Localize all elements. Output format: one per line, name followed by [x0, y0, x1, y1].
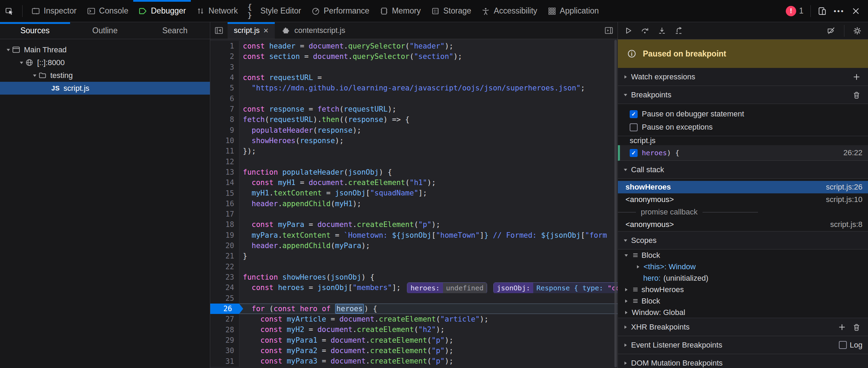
breakpoint-option[interactable]: ✓Pause on debugger statement	[618, 107, 868, 121]
close-tab-icon[interactable]: ✕	[263, 27, 269, 35]
expander-closed-icon[interactable]	[635, 264, 641, 269]
scope-row[interactable]: <this>: Window	[618, 261, 868, 272]
line-number[interactable]: 9	[210, 125, 239, 135]
line-number[interactable]: 10	[210, 135, 239, 146]
line-number[interactable]: 26	[210, 304, 239, 314]
code-line-11[interactable]: 11});	[210, 146, 618, 156]
debugger-settings-button[interactable]	[850, 24, 865, 38]
add-watch-expression-button[interactable]	[851, 72, 862, 81]
stack-frame[interactable]: <anonymous>script.js:8	[618, 218, 868, 231]
code-line-15[interactable]: 15 myH1.textContent = jsonObj["squadName…	[210, 188, 618, 198]
line-number[interactable]: 20	[210, 240, 239, 251]
code-text[interactable]: myPara.textContent = `Hometown: ${jsonOb…	[239, 230, 618, 240]
code-text[interactable]: populateHeader(response);	[239, 125, 618, 135]
devtools-tab-inspector[interactable]: Inspector	[26, 0, 82, 22]
code-line-21[interactable]: 21}	[210, 251, 618, 261]
editor-tab-script-js[interactable]: script.js✕	[228, 22, 275, 39]
code-text[interactable]: const requestURL =	[239, 72, 618, 83]
scope-row[interactable]: Block	[618, 295, 868, 307]
code-line-8[interactable]: 8fetch(requestURL).then((response) => {	[210, 114, 618, 125]
code-text[interactable]: const section = document.querySelector("…	[239, 51, 618, 62]
code-text[interactable]: showHeroes(response);	[239, 135, 618, 146]
line-number[interactable]: 22	[210, 262, 239, 272]
devtools-tab-debugger[interactable]: Debugger	[133, 0, 191, 22]
line-number[interactable]: 25	[210, 293, 239, 304]
code-line-18[interactable]: 18 const myPara = document.createElement…	[210, 219, 618, 230]
code-line-13[interactable]: 13function populateHeader(jsonObj) {	[210, 167, 618, 177]
breakpoint-item[interactable]: ✓heroes) {26:22	[618, 145, 868, 161]
devtools-tab-accessibility[interactable]: Accessibility	[476, 0, 542, 22]
line-number[interactable]: 31	[210, 356, 239, 366]
tree-item-testing[interactable]: testing	[0, 69, 210, 82]
code-line-25[interactable]: 25	[210, 293, 618, 304]
code-line-22[interactable]: 22	[210, 262, 618, 272]
remove-all-breakpoints-button[interactable]	[851, 90, 862, 99]
expander-closed-icon[interactable]	[623, 299, 629, 304]
code-line-27[interactable]: 27 const myArticle = document.createElem…	[210, 314, 618, 324]
line-number[interactable]: 11	[210, 146, 239, 156]
collapse-sources-pane-button[interactable]	[210, 22, 228, 39]
code-text[interactable]: const myH2 = document.createElement("h2"…	[239, 324, 618, 335]
scope-row[interactable]: showHeroes	[618, 284, 868, 295]
code-text[interactable]: const myArticle = document.createElement…	[239, 314, 618, 324]
code-text[interactable]: function populateHeader(jsonObj) {	[239, 167, 618, 177]
code-text[interactable]	[239, 156, 618, 167]
checkbox-unchecked[interactable]	[630, 123, 638, 131]
step-over-button[interactable]	[638, 24, 653, 38]
line-number[interactable]: 5	[210, 83, 239, 93]
line-number[interactable]: 19	[210, 230, 239, 240]
devtools-tab-style-editor[interactable]: { }Style Editor	[242, 0, 306, 22]
expander-open-icon[interactable]	[6, 47, 11, 52]
line-number[interactable]: 6	[210, 94, 239, 104]
code-text[interactable]: const myH1 = document.createElement("h1"…	[239, 177, 618, 188]
code-text[interactable]: myH1.textContent = jsonObj["squadName"];	[239, 188, 618, 198]
line-number[interactable]: 16	[210, 199, 239, 209]
code-line-28[interactable]: 28 const myH2 = document.createElement("…	[210, 324, 618, 335]
log-event-checkbox[interactable]	[839, 341, 847, 349]
code-text[interactable]: header.appendChild(myPara);	[239, 240, 618, 251]
tab-outline[interactable]: Outline	[70, 22, 140, 39]
code-line-5[interactable]: 5 "https://mdn.github.io/learning-area/j…	[210, 83, 618, 93]
line-number[interactable]: 2	[210, 51, 239, 62]
responsive-design-mode-button[interactable]	[814, 7, 830, 16]
code-line-24[interactable]: 24 const heroes = jsonObj["members"];her…	[210, 282, 618, 293]
code-text[interactable]: const myPara2 = document.createElement("…	[239, 345, 618, 356]
xhr-breakpoints-header[interactable]: XHR Breakpoints	[618, 318, 868, 336]
line-number[interactable]: 3	[210, 62, 239, 72]
code-line-20[interactable]: 20 header.appendChild(myPara);	[210, 240, 618, 251]
code-line-26[interactable]: 26 for (const hero of heroes) {	[210, 304, 618, 314]
code-line-23[interactable]: 23function showHeroes(jsonObj) {	[210, 272, 618, 282]
devtools-tab-memory[interactable]: Memory	[374, 0, 426, 22]
tree-item-script-js[interactable]: JSscript.js	[0, 82, 210, 95]
devtools-tab-console[interactable]: Console	[82, 0, 133, 22]
line-number[interactable]: 18	[210, 219, 239, 230]
event-listener-breakpoints-header[interactable]: Event Listener Breakpoints Log	[618, 336, 868, 354]
inline-preview-pill[interactable]: heroes:undefined	[407, 282, 487, 293]
line-number[interactable]: 28	[210, 324, 239, 335]
tree-item--8000[interactable]: [::]:8000	[0, 56, 210, 69]
line-number[interactable]: 21	[210, 251, 239, 261]
code-text[interactable]: header.appendChild(myH1);	[239, 199, 618, 209]
scopes-header[interactable]: Scopes	[618, 231, 868, 249]
code-line-31[interactable]: 31 const myPara3 = document.createElemen…	[210, 356, 618, 366]
breakpoints-header[interactable]: Breakpoints	[618, 86, 868, 104]
tab-sources[interactable]: Sources	[0, 22, 70, 39]
code-line-10[interactable]: 10 showHeroes(response);	[210, 135, 618, 146]
code-line-3[interactable]: 3	[210, 62, 618, 72]
code-line-1[interactable]: 1const header = document.querySelector("…	[210, 41, 618, 51]
line-number[interactable]: 29	[210, 335, 239, 345]
checkbox-checked[interactable]: ✓	[630, 110, 638, 118]
devtools-tab-performance[interactable]: Performance	[306, 0, 374, 22]
resume-button[interactable]	[621, 24, 636, 38]
code-text[interactable]	[239, 62, 618, 72]
remove-xhr-breakpoints-button[interactable]	[851, 323, 862, 332]
editor-body[interactable]: 1const header = document.querySelector("…	[210, 39, 618, 368]
scope-row[interactable]: Window: Global	[618, 307, 868, 318]
node-picker-button[interactable]	[0, 0, 19, 22]
line-number[interactable]: 30	[210, 345, 239, 356]
line-number[interactable]: 7	[210, 104, 239, 114]
code-line-19[interactable]: 19 myPara.textContent = `Hometown: ${jso…	[210, 230, 618, 240]
call-stack-header[interactable]: Call stack	[618, 161, 868, 179]
devtools-tab-storage[interactable]: Storage	[426, 0, 476, 22]
code-text[interactable]	[239, 94, 618, 104]
